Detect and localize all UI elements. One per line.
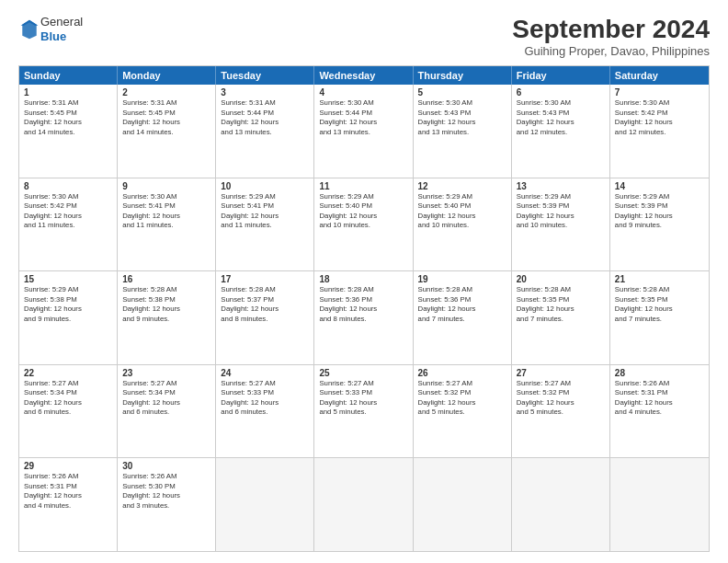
calendar-body: 1Sunrise: 5:31 AMSunset: 5:45 PMDaylight… <box>19 85 709 551</box>
cell-info: Sunset: 5:45 PM <box>24 109 112 119</box>
cell-info: Sunrise: 5:26 AM <box>24 472 112 482</box>
cell-info: Sunrise: 5:29 AM <box>319 192 407 202</box>
cell-info: Sunrise: 5:31 AM <box>221 98 309 109</box>
cell-info: and 4 minutes. <box>615 408 704 418</box>
cell-info: Daylight: 12 hours <box>24 118 112 128</box>
cell-info: Daylight: 12 hours <box>24 212 112 222</box>
logo-general: General <box>40 15 83 29</box>
cell-info: Sunset: 5:43 PM <box>418 109 506 119</box>
cell-info: Sunset: 5:45 PM <box>122 109 210 119</box>
cell-info: Sunset: 5:37 PM <box>221 295 309 305</box>
calendar-row: 15Sunrise: 5:29 AMSunset: 5:38 PMDayligh… <box>19 271 709 365</box>
day-number: 29 <box>24 461 112 471</box>
logo-text: General Blue <box>40 15 83 43</box>
calendar-header: Sunday Monday Tuesday Wednesday Thursday… <box>19 66 709 85</box>
day-number: 2 <box>122 87 210 98</box>
day-number: 8 <box>24 181 112 191</box>
cell-info: and 3 minutes. <box>122 501 210 511</box>
cell-info: and 11 minutes. <box>221 221 309 231</box>
calendar-cell: 24Sunrise: 5:27 AMSunset: 5:33 PMDayligh… <box>216 365 314 458</box>
cell-info: Sunrise: 5:27 AM <box>24 379 112 389</box>
cell-info: Daylight: 12 hours <box>122 491 210 501</box>
calendar-cell: 10Sunrise: 5:29 AMSunset: 5:41 PMDayligh… <box>216 178 314 271</box>
cell-info: and 9 minutes. <box>122 315 210 325</box>
cell-info: Sunset: 5:38 PM <box>24 295 112 305</box>
header-tuesday: Tuesday <box>216 66 314 85</box>
cell-info: and 5 minutes. <box>517 408 605 418</box>
cell-info: Sunrise: 5:27 AM <box>418 379 506 389</box>
cell-info: and 7 minutes. <box>615 315 704 325</box>
day-number: 19 <box>418 274 506 284</box>
cell-info: Daylight: 12 hours <box>615 398 704 408</box>
day-number: 5 <box>418 87 506 98</box>
header-friday: Friday <box>512 66 610 85</box>
cell-info: Daylight: 12 hours <box>615 304 704 315</box>
day-number: 6 <box>517 87 605 98</box>
cell-info: Sunset: 5:38 PM <box>122 295 210 305</box>
cell-info: Sunset: 5:44 PM <box>319 109 407 119</box>
calendar-cell: 7Sunrise: 5:30 AMSunset: 5:42 PMDaylight… <box>610 85 709 178</box>
cell-info: Sunset: 5:42 PM <box>24 201 112 212</box>
calendar-cell: 6Sunrise: 5:30 AMSunset: 5:43 PMDaylight… <box>512 85 610 178</box>
cell-info: Daylight: 12 hours <box>418 212 506 222</box>
cell-info: and 11 minutes. <box>122 221 210 231</box>
day-number: 14 <box>615 181 704 191</box>
calendar-cell: 30Sunrise: 5:26 AMSunset: 5:30 PMDayligh… <box>118 458 216 551</box>
calendar-cell <box>512 458 610 551</box>
calendar-cell: 12Sunrise: 5:29 AMSunset: 5:40 PMDayligh… <box>414 178 512 271</box>
calendar-cell <box>610 458 709 551</box>
cell-info: Daylight: 12 hours <box>615 118 704 128</box>
day-number: 15 <box>24 274 112 284</box>
calendar-cell: 22Sunrise: 5:27 AMSunset: 5:34 PMDayligh… <box>19 365 118 458</box>
cell-info: Sunset: 5:32 PM <box>418 388 506 398</box>
cell-info: Sunset: 5:35 PM <box>615 295 704 305</box>
day-number: 24 <box>221 368 309 378</box>
cell-info: Sunrise: 5:28 AM <box>615 285 704 295</box>
svg-marker-0 <box>22 19 36 39</box>
cell-info: Sunrise: 5:29 AM <box>517 192 605 202</box>
cell-info: Sunrise: 5:26 AM <box>122 472 210 482</box>
day-number: 26 <box>418 368 506 378</box>
calendar-cell: 28Sunrise: 5:26 AMSunset: 5:31 PMDayligh… <box>610 365 709 458</box>
cell-info: and 5 minutes. <box>319 408 407 418</box>
day-number: 25 <box>319 368 407 378</box>
cell-info: Sunset: 5:30 PM <box>122 482 210 492</box>
title-area: September 2024 Guihing Proper, Davao, Ph… <box>512 15 710 58</box>
cell-info: Daylight: 12 hours <box>517 398 605 408</box>
cell-info: Sunrise: 5:29 AM <box>418 192 506 202</box>
cell-info: Sunset: 5:34 PM <box>24 388 112 398</box>
day-number: 10 <box>221 181 309 191</box>
cell-info: Daylight: 12 hours <box>418 304 506 315</box>
cell-info: Daylight: 12 hours <box>418 118 506 128</box>
cell-info: Daylight: 12 hours <box>319 398 407 408</box>
month-title: September 2024 <box>512 15 710 44</box>
cell-info: and 6 minutes. <box>24 408 112 418</box>
calendar-row: 8Sunrise: 5:30 AMSunset: 5:42 PMDaylight… <box>19 178 709 272</box>
cell-info: Daylight: 12 hours <box>615 212 704 222</box>
calendar-cell: 8Sunrise: 5:30 AMSunset: 5:42 PMDaylight… <box>19 178 118 271</box>
cell-info: Sunset: 5:41 PM <box>221 201 309 212</box>
header-monday: Monday <box>118 66 216 85</box>
cell-info: and 7 minutes. <box>517 315 605 325</box>
cell-info: Sunset: 5:34 PM <box>122 388 210 398</box>
header-wednesday: Wednesday <box>314 66 413 85</box>
cell-info: Sunset: 5:31 PM <box>24 482 112 492</box>
cell-info: and 13 minutes. <box>418 128 506 138</box>
cell-info: Daylight: 12 hours <box>221 118 309 128</box>
cell-info: Daylight: 12 hours <box>122 398 210 408</box>
calendar-cell: 25Sunrise: 5:27 AMSunset: 5:33 PMDayligh… <box>314 365 413 458</box>
cell-info: and 5 minutes. <box>418 408 506 418</box>
cell-info: Daylight: 12 hours <box>24 304 112 315</box>
calendar-cell: 29Sunrise: 5:26 AMSunset: 5:31 PMDayligh… <box>19 458 118 551</box>
cell-info: and 6 minutes. <box>122 408 210 418</box>
cell-info: Daylight: 12 hours <box>24 491 112 501</box>
cell-info: Daylight: 12 hours <box>24 398 112 408</box>
cell-info: Sunrise: 5:27 AM <box>221 379 309 389</box>
cell-info: Daylight: 12 hours <box>122 304 210 315</box>
cell-info: Sunrise: 5:27 AM <box>517 379 605 389</box>
day-number: 20 <box>517 274 605 284</box>
cell-info: Sunrise: 5:31 AM <box>122 98 210 109</box>
calendar-cell: 3Sunrise: 5:31 AMSunset: 5:44 PMDaylight… <box>216 85 314 178</box>
location-subtitle: Guihing Proper, Davao, Philippines <box>512 44 710 58</box>
calendar: Sunday Monday Tuesday Wednesday Thursday… <box>18 65 710 552</box>
